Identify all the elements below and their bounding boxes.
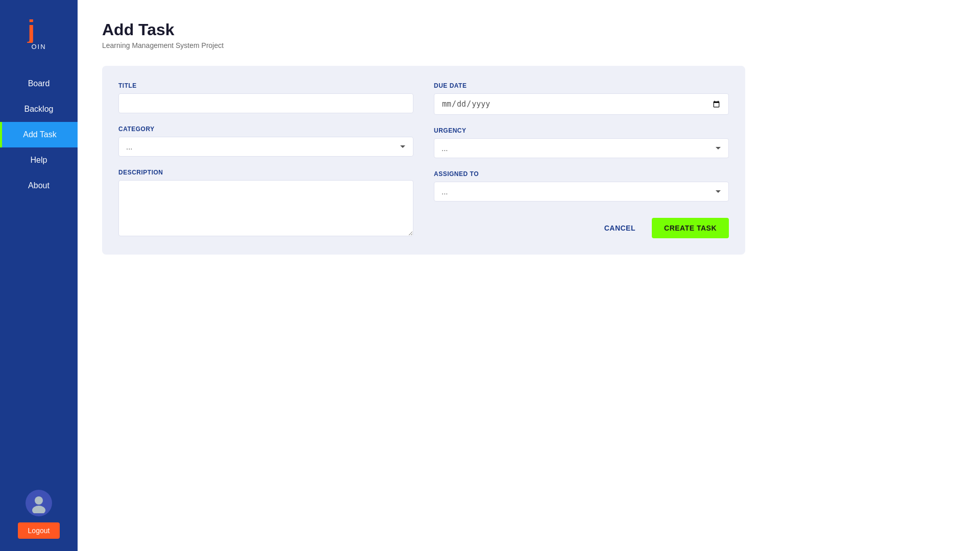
title-label: TITLE: [118, 82, 413, 89]
description-input[interactable]: [118, 180, 413, 236]
create-task-button[interactable]: CREATE TASK: [652, 218, 729, 238]
add-task-form-card: TITLE CATEGORY ... Feature Bug Improveme…: [102, 66, 745, 255]
page-subtitle: Learning Management System Project: [102, 41, 955, 49]
category-label: CATEGORY: [118, 126, 413, 133]
sidebar-bottom: Logout: [18, 490, 60, 539]
sidebar-item-board[interactable]: Board: [0, 71, 78, 96]
category-select[interactable]: ... Feature Bug Improvement Documentatio…: [118, 137, 413, 157]
svg-point-1: [35, 496, 43, 505]
logo-icon: j: [23, 12, 54, 43]
assigned-to-label: ASSIGNED TO: [434, 170, 729, 178]
svg-text:j: j: [27, 15, 35, 43]
logo-text: OIN: [31, 43, 46, 51]
form-right-col: DUE DATE URGENCY ... Low Medium High Cri…: [434, 82, 729, 238]
title-group: TITLE: [118, 82, 413, 113]
logo: j OIN: [23, 12, 54, 51]
avatar[interactable]: [26, 490, 52, 516]
title-input[interactable]: [118, 93, 413, 113]
form-left-col: TITLE CATEGORY ... Feature Bug Improveme…: [118, 82, 413, 238]
description-label: DESCRIPTION: [118, 169, 413, 176]
urgency-select[interactable]: ... Low Medium High Critical: [434, 138, 729, 158]
logout-button[interactable]: Logout: [18, 522, 60, 539]
main-content: Add Task Learning Management System Proj…: [78, 0, 980, 551]
cancel-button[interactable]: CANCEL: [596, 219, 644, 237]
sidebar: j OIN Board Backlog Add Task Help About …: [0, 0, 78, 551]
assigned-to-group: ASSIGNED TO ... Alice Bob Charlie Diana: [434, 170, 729, 202]
due-date-label: DUE DATE: [434, 82, 729, 89]
urgency-label: URGENCY: [434, 127, 729, 134]
assigned-to-select[interactable]: ... Alice Bob Charlie Diana: [434, 182, 729, 202]
urgency-group: URGENCY ... Low Medium High Critical: [434, 127, 729, 158]
page-title: Add Task: [102, 20, 955, 39]
due-date-group: DUE DATE: [434, 82, 729, 115]
category-group: CATEGORY ... Feature Bug Improvement Doc…: [118, 126, 413, 157]
sidebar-item-help[interactable]: Help: [0, 147, 78, 173]
nav-menu: Board Backlog Add Task Help About: [0, 71, 78, 198]
form-actions: CANCEL CREATE TASK: [434, 218, 729, 238]
sidebar-item-add-task[interactable]: Add Task: [0, 122, 78, 147]
due-date-input[interactable]: [434, 93, 729, 115]
sidebar-item-backlog[interactable]: Backlog: [0, 96, 78, 122]
description-group: DESCRIPTION: [118, 169, 413, 236]
svg-point-2: [32, 506, 45, 513]
sidebar-item-about[interactable]: About: [0, 173, 78, 198]
